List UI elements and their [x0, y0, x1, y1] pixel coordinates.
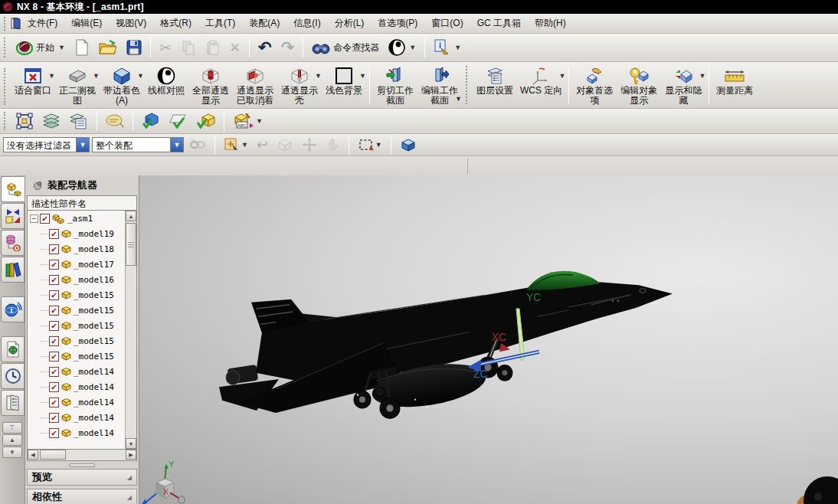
tree-row[interactable]: ✔_model15 — [28, 287, 125, 303]
layer-category-button[interactable] — [66, 110, 92, 133]
menu-assemblies[interactable]: 装配(A) — [242, 14, 286, 33]
copy-button[interactable] — [177, 37, 200, 58]
scroll-right-button[interactable]: ▶ — [126, 450, 136, 460]
toolbar-grip[interactable] — [4, 38, 8, 57]
dependencies-section-bar[interactable]: 相依性 ◢ — [27, 489, 137, 504]
toolbar-grip[interactable] — [4, 68, 8, 105]
clip-work-section-button[interactable]: 剪切工作 截面 — [373, 64, 417, 106]
checkbox-checked-icon[interactable]: ✔ — [49, 413, 59, 423]
checkbox-checked-icon[interactable]: ✔ — [49, 352, 59, 362]
menu-gc-toolbox[interactable]: GC 工具箱 — [470, 14, 528, 33]
see-thru-all-button[interactable]: 全部通透 显示 — [188, 64, 233, 106]
interpart-link-button[interactable] — [186, 136, 209, 154]
tree-row[interactable]: ✔_model14 — [28, 379, 125, 394]
layer-settings-button[interactable]: 图层设置 — [473, 64, 517, 97]
tree-row[interactable]: ✔_model19 — [28, 226, 125, 241]
ghost-cube-button[interactable] — [273, 135, 296, 155]
tab-reuse-library[interactable] — [1, 257, 25, 283]
start-button[interactable]: 开始 ▼ — [12, 36, 69, 59]
menu-format[interactable]: 格式(R) — [153, 14, 198, 33]
show-hide-button[interactable]: ▼ 显示和隐 藏 — [661, 64, 705, 106]
checkbox-checked-icon[interactable]: ✔ — [49, 244, 59, 254]
drag-hand-button[interactable]: ✋ — [322, 136, 343, 154]
edit-work-section-button[interactable]: ▼ 编辑工作 截面 — [417, 64, 462, 106]
object-preferences-button[interactable]: 对象首选 项 — [572, 64, 617, 106]
menu-preferences[interactable]: 首选项(P) — [371, 14, 424, 33]
annotation-tag-button[interactable] — [102, 111, 128, 131]
combo-dropdown-button[interactable]: ▼ — [170, 138, 183, 152]
tree-vertical-scrollbar[interactable]: ▲ ▼ — [125, 211, 136, 449]
tab-part-navigator[interactable] — [1, 230, 25, 256]
resource-pin-button[interactable]: ⊤ — [2, 422, 22, 434]
graphics-viewport[interactable]: YC XC ZC Y — [139, 175, 838, 504]
checkbox-checked-icon[interactable]: ✔ — [49, 290, 59, 300]
tab-palettes[interactable] — [1, 390, 25, 416]
tree-row[interactable]: ✔_model14 — [28, 410, 125, 425]
tab-constraint-navigator[interactable] — [1, 203, 25, 229]
render-style-button[interactable]: ▼ — [385, 36, 420, 59]
checkbox-checked-icon[interactable]: ✔ — [49, 336, 59, 346]
tree-row[interactable]: ✔_model15 — [28, 333, 125, 349]
menu-view[interactable]: 视图(V) — [109, 14, 153, 33]
check-assembly-button[interactable] — [193, 110, 219, 133]
checkbox-checked-icon[interactable]: ✔ — [49, 367, 59, 377]
checkbox-checked-icon[interactable]: ✔ — [49, 398, 59, 407]
tree-row[interactable]: ✔_model15 — [28, 303, 125, 318]
shaded-with-edges-button[interactable]: ▼ 带边着色 (A) — [100, 64, 144, 106]
checkbox-checked-icon[interactable]: ✔ — [40, 214, 50, 224]
trimetric-view-button[interactable]: ▼ 正二测视 图 — [55, 64, 100, 106]
menu-analysis[interactable]: 分析(L) — [328, 14, 372, 33]
navigator-column-header[interactable]: 描述性部件名 — [27, 195, 137, 211]
panel-splitter[interactable] — [25, 461, 139, 469]
layer-visible-button[interactable] — [38, 110, 64, 133]
checkbox-checked-icon[interactable]: ✔ — [49, 260, 59, 270]
combo-dropdown-button[interactable]: ▼ — [76, 138, 89, 152]
shaded-selection-button[interactable] — [397, 135, 420, 155]
tree-row[interactable]: ✔_model14 — [28, 394, 125, 410]
selection-scope-combo[interactable]: 整个装配 ▼ — [92, 137, 184, 152]
menu-tools[interactable]: 工具(T) — [198, 14, 242, 33]
tab-history[interactable] — [1, 363, 25, 389]
tab-assembly-navigator[interactable] — [1, 176, 25, 202]
scroll-down-button[interactable]: ▼ — [126, 438, 136, 449]
checkbox-checked-icon[interactable]: ✔ — [49, 382, 59, 392]
redo-button[interactable]: ↷ — [277, 38, 299, 57]
cut-button[interactable]: ✂ — [155, 36, 175, 60]
scroll-up-button[interactable]: ▲ — [126, 211, 136, 221]
orient-view-button[interactable] — [12, 110, 37, 133]
command-finder-button[interactable]: 命令查找器 — [308, 38, 383, 57]
checkbox-checked-icon[interactable]: ✔ — [49, 428, 59, 438]
delete-button[interactable]: ✕ — [226, 37, 244, 59]
rectangle-select-button[interactable]: ▼ — [355, 136, 385, 154]
resource-scroll-down-button[interactable]: ▼ — [2, 447, 22, 458]
snap-point-button[interactable]: ▼ — [221, 135, 251, 155]
corner-sphere-object[interactable] — [797, 476, 838, 504]
tree-horizontal-scrollbar[interactable]: ◀ ▶ — [27, 450, 137, 461]
checkbox-checked-icon[interactable]: ✔ — [49, 306, 59, 316]
menu-file[interactable]: 文件(F) — [21, 14, 64, 33]
edit-object-display-button[interactable]: 编辑对象 显示 — [617, 64, 661, 106]
tab-html-page[interactable] — [1, 336, 25, 362]
tree-row[interactable]: ✔_model15 — [28, 349, 125, 364]
wcs-orient-button[interactable]: ▼ WCS 定向 — [517, 64, 565, 97]
checkbox-checked-icon[interactable]: ✔ — [49, 275, 59, 285]
fit-window-button[interactable]: ▼ 适合窗口 — [11, 64, 55, 97]
rollback-button[interactable]: ↩ — [254, 134, 271, 155]
open-file-button[interactable] — [95, 37, 121, 58]
scrollbar-thumb[interactable] — [126, 223, 136, 266]
tree-root-row[interactable]: − ✔ _asm1 — [28, 211, 125, 226]
paste-button[interactable] — [201, 37, 224, 58]
check-sheet-button[interactable] — [165, 110, 191, 133]
save-button[interactable] — [123, 37, 146, 58]
fighter-jet-model[interactable] — [219, 271, 673, 418]
see-thru-unemphasize-button[interactable]: 通透显示 已取消着 — [233, 64, 277, 106]
tree-row[interactable]: ✔_model17 — [28, 257, 125, 272]
tab-web-browser[interactable]: i — [1, 296, 25, 322]
menu-edit[interactable]: 编辑(E) — [64, 14, 109, 33]
tree-row[interactable]: ✔_model16 — [28, 272, 125, 287]
see-thru-shell-button[interactable]: ▼ 通透显示 壳 — [277, 64, 322, 106]
information-button[interactable]: i ▼ — [430, 36, 465, 59]
move-object-button[interactable] — [299, 135, 320, 155]
resource-scroll-up-button[interactable]: ▲ — [2, 434, 22, 446]
toolbar-grip[interactable] — [4, 112, 8, 130]
